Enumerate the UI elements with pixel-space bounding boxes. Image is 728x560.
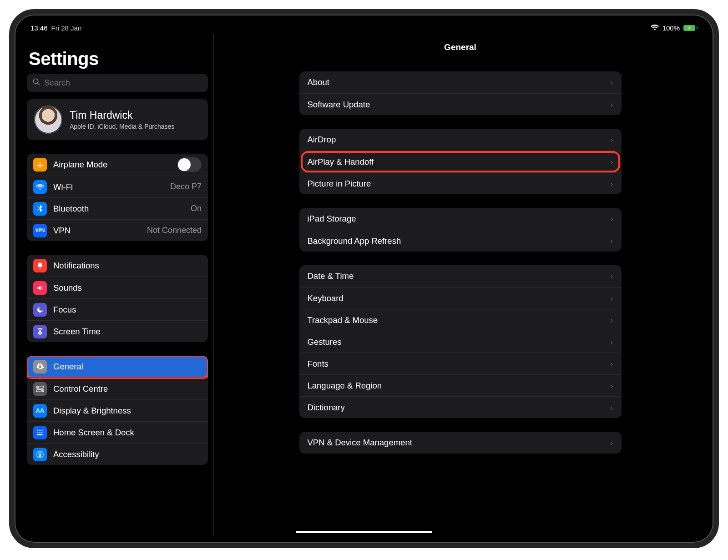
chevron-right-icon: › bbox=[610, 271, 613, 281]
sidebar-item-label: Accessibility bbox=[53, 449, 99, 459]
sidebar-item-controlcentre[interactable]: Control Centre bbox=[27, 378, 208, 399]
svg-point-3 bbox=[37, 386, 39, 388]
svg-rect-8 bbox=[41, 429, 42, 430]
screen: 13:46 Fri 28 Jan 100% ⚡ Settings bbox=[21, 21, 707, 536]
row-ipad-storage[interactable]: iPad Storage › bbox=[299, 208, 622, 230]
sidebar-item-screentime[interactable]: Screen Time bbox=[27, 320, 208, 342]
row-software-update[interactable]: Software Update › bbox=[299, 93, 622, 115]
chevron-right-icon: › bbox=[610, 179, 613, 189]
sidebar-item-label: Airplane Mode bbox=[53, 160, 107, 170]
sidebar-item-value: Not Connected bbox=[147, 226, 202, 235]
gear-icon bbox=[33, 360, 47, 373]
row-label: About bbox=[308, 77, 329, 87]
wifi-icon bbox=[33, 180, 47, 194]
row-dictionary[interactable]: Dictionary › bbox=[299, 396, 622, 418]
settings-sidebar: Settings Tim Hardwick Apple ID, iCloud, … bbox=[21, 34, 214, 536]
sidebar-item-vpn[interactable]: VPN VPN Not Connected bbox=[27, 219, 208, 241]
vpn-icon: VPN bbox=[33, 224, 47, 237]
row-label: iPad Storage bbox=[308, 214, 356, 224]
row-fonts[interactable]: Fonts › bbox=[299, 353, 622, 374]
sidebar-item-label: Focus bbox=[53, 305, 76, 315]
row-vpn-device-management[interactable]: VPN & Device Management › bbox=[299, 432, 622, 454]
row-trackpad-mouse[interactable]: Trackpad & Mouse › bbox=[299, 309, 622, 331]
row-language-region[interactable]: Language & Region › bbox=[299, 374, 622, 396]
row-keyboard[interactable]: Keyboard › bbox=[299, 287, 622, 309]
svg-rect-10 bbox=[39, 432, 40, 433]
detail-panel: General About › Software Update › bbox=[214, 34, 707, 536]
text-size-icon: AA bbox=[33, 404, 47, 418]
row-airplay-handoff[interactable]: AirPlay & Handoff › bbox=[299, 151, 622, 172]
row-label: Background App Refresh bbox=[308, 236, 401, 246]
battery-icon: ⚡ bbox=[683, 25, 698, 31]
row-label: AirDrop bbox=[308, 135, 336, 145]
device-frame: 13:46 Fri 28 Jan 100% ⚡ Settings bbox=[9, 9, 719, 548]
detail-group: iPad Storage › Background App Refresh › bbox=[299, 208, 622, 252]
row-label: Fonts bbox=[308, 359, 329, 369]
airplane-icon bbox=[33, 158, 47, 172]
chevron-right-icon: › bbox=[610, 236, 613, 246]
chevron-right-icon: › bbox=[610, 157, 613, 167]
search-input[interactable] bbox=[44, 78, 202, 88]
detail-group: VPN & Device Management › bbox=[299, 432, 622, 454]
sidebar-item-focus[interactable]: Focus bbox=[27, 298, 208, 320]
accessibility-icon bbox=[33, 448, 47, 461]
row-airdrop[interactable]: AirDrop › bbox=[299, 129, 622, 151]
sidebar-item-general[interactable]: General bbox=[27, 356, 208, 378]
sidebar-item-label: Control Centre bbox=[53, 384, 108, 394]
toggles-icon bbox=[33, 382, 47, 396]
avatar bbox=[34, 106, 62, 134]
svg-rect-12 bbox=[37, 434, 43, 435]
row-label: Gestures bbox=[308, 337, 342, 347]
row-date-time[interactable]: Date & Time › bbox=[299, 265, 622, 287]
sidebar-item-sounds[interactable]: Sounds bbox=[27, 277, 208, 298]
sidebar-group-prefs: Notifications Sounds Focus bbox=[27, 255, 208, 342]
sidebar-group-device: General Control Centre AA Display & Brig… bbox=[27, 356, 208, 465]
sidebar-item-label: Notifications bbox=[53, 261, 99, 271]
sidebar-item-label: Wi-Fi bbox=[53, 182, 73, 192]
apple-id-card[interactable]: Tim Hardwick Apple ID, iCloud, Media & P… bbox=[27, 99, 208, 140]
sidebar-item-label: VPN bbox=[53, 226, 71, 236]
sidebar-item-label: Screen Time bbox=[53, 327, 101, 337]
row-background-app-refresh[interactable]: Background App Refresh › bbox=[299, 230, 622, 252]
sidebar-item-notifications[interactable]: Notifications bbox=[27, 255, 208, 277]
search-field[interactable] bbox=[27, 74, 208, 92]
sidebar-item-label: Bluetooth bbox=[53, 204, 89, 214]
row-label: Software Update bbox=[308, 100, 370, 110]
row-label: AirPlay & Handoff bbox=[308, 157, 374, 167]
row-about[interactable]: About › bbox=[299, 71, 622, 93]
speaker-icon bbox=[33, 281, 47, 295]
sidebar-item-label: Home Screen & Dock bbox=[53, 428, 134, 438]
row-label: Keyboard bbox=[308, 293, 344, 303]
detail-group: Date & Time › Keyboard › Trackpad & Mous… bbox=[299, 265, 622, 418]
sidebar-item-airplane[interactable]: Airplane Mode bbox=[27, 154, 208, 176]
row-picture-in-picture[interactable]: Picture in Picture › bbox=[299, 172, 622, 194]
sidebar-item-display[interactable]: AA Display & Brightness bbox=[27, 399, 208, 421]
hourglass-icon bbox=[33, 325, 47, 338]
svg-line-1 bbox=[37, 83, 40, 85]
wifi-icon bbox=[651, 24, 659, 32]
search-icon bbox=[32, 78, 40, 88]
detail-group: AirDrop › AirPlay & Handoff › Picture in… bbox=[299, 129, 622, 194]
battery-percent: 100% bbox=[662, 24, 680, 32]
row-gestures[interactable]: Gestures › bbox=[299, 331, 622, 353]
row-label: Trackpad & Mouse bbox=[308, 315, 378, 325]
sidebar-item-homescreen[interactable]: Home Screen & Dock bbox=[27, 421, 208, 443]
airplane-toggle[interactable] bbox=[177, 157, 202, 172]
grid-icon bbox=[33, 426, 47, 439]
chevron-right-icon: › bbox=[610, 214, 613, 224]
svg-rect-9 bbox=[37, 432, 38, 433]
sidebar-item-wifi[interactable]: Wi-Fi Deco P7 bbox=[27, 176, 208, 197]
svg-point-5 bbox=[41, 390, 43, 391]
chevron-right-icon: › bbox=[610, 77, 613, 87]
sidebar-item-bluetooth[interactable]: Bluetooth On bbox=[27, 197, 208, 219]
chevron-right-icon: › bbox=[610, 438, 613, 448]
status-date: Fri 28 Jan bbox=[51, 24, 82, 32]
row-label: Picture in Picture bbox=[308, 179, 371, 189]
sidebar-item-label: Display & Brightness bbox=[53, 406, 131, 416]
chevron-right-icon: › bbox=[610, 100, 613, 110]
sidebar-item-label: Sounds bbox=[53, 283, 82, 293]
row-label: VPN & Device Management bbox=[308, 438, 412, 448]
sidebar-item-accessibility[interactable]: Accessibility bbox=[27, 443, 208, 465]
home-indicator[interactable] bbox=[296, 531, 432, 533]
profile-subtitle: Apple ID, iCloud, Media & Purchases bbox=[70, 123, 174, 130]
